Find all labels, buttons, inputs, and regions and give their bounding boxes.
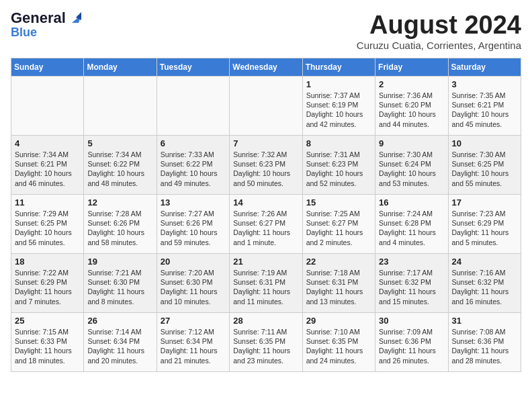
day-number: 20 bbox=[161, 257, 226, 267]
calendar-cell: 7Sunrise: 7:32 AMSunset: 6:23 PMDaylight… bbox=[230, 136, 302, 195]
day-number: 2 bbox=[379, 79, 444, 89]
day-number: 17 bbox=[452, 197, 517, 208]
calendar-cell: 13Sunrise: 7:27 AMSunset: 6:26 PMDayligh… bbox=[157, 195, 229, 254]
calendar-cell: 11Sunrise: 7:29 AMSunset: 6:25 PMDayligh… bbox=[11, 195, 84, 254]
day-info: Sunrise: 7:36 AMSunset: 6:20 PMDaylight:… bbox=[379, 91, 444, 129]
day-info: Sunrise: 7:30 AMSunset: 6:25 PMDaylight:… bbox=[452, 150, 517, 188]
day-info: Sunrise: 7:35 AMSunset: 6:21 PMDaylight:… bbox=[452, 91, 517, 129]
day-info: Sunrise: 7:08 AMSunset: 6:36 PMDaylight:… bbox=[452, 327, 517, 365]
day-number: 1 bbox=[306, 79, 371, 89]
day-number: 25 bbox=[15, 316, 80, 326]
day-number: 3 bbox=[452, 79, 517, 89]
day-number: 21 bbox=[233, 257, 298, 267]
location-subtitle: Curuzu Cuatia, Corrientes, Argentina bbox=[357, 40, 521, 51]
day-info: Sunrise: 7:21 AMSunset: 6:30 PMDaylight:… bbox=[87, 268, 152, 306]
day-number: 4 bbox=[15, 138, 80, 148]
calendar-cell: 4Sunrise: 7:34 AMSunset: 6:21 PMDaylight… bbox=[11, 136, 84, 195]
day-info: Sunrise: 7:27 AMSunset: 6:26 PMDaylight:… bbox=[161, 209, 226, 247]
page-header: General Blue August 2024 Curuzu Cuatia, … bbox=[11, 11, 521, 51]
calendar-cell bbox=[84, 77, 157, 136]
day-number: 30 bbox=[379, 316, 444, 326]
calendar-cell: 17Sunrise: 7:23 AMSunset: 6:29 PMDayligh… bbox=[448, 195, 521, 254]
day-info: Sunrise: 7:16 AMSunset: 6:32 PMDaylight:… bbox=[452, 268, 517, 306]
calendar-cell: 6Sunrise: 7:33 AMSunset: 6:22 PMDaylight… bbox=[157, 136, 229, 195]
day-info: Sunrise: 7:34 AMSunset: 6:21 PMDaylight:… bbox=[15, 150, 80, 188]
day-number: 15 bbox=[306, 197, 371, 208]
day-info: Sunrise: 7:32 AMSunset: 6:23 PMDaylight:… bbox=[233, 150, 298, 188]
day-of-week-friday: Friday bbox=[375, 58, 448, 77]
calendar-cell: 10Sunrise: 7:30 AMSunset: 6:25 PMDayligh… bbox=[448, 136, 521, 195]
day-info: Sunrise: 7:10 AMSunset: 6:35 PMDaylight:… bbox=[306, 327, 371, 365]
day-info: Sunrise: 7:25 AMSunset: 6:27 PMDaylight:… bbox=[306, 209, 371, 247]
day-number: 13 bbox=[161, 197, 226, 208]
day-info: Sunrise: 7:26 AMSunset: 6:27 PMDaylight:… bbox=[233, 209, 298, 247]
day-number: 23 bbox=[379, 257, 444, 267]
calendar-cell: 15Sunrise: 7:25 AMSunset: 6:27 PMDayligh… bbox=[302, 195, 375, 254]
day-number: 9 bbox=[379, 138, 444, 148]
calendar-cell bbox=[157, 77, 229, 136]
day-number: 12 bbox=[87, 197, 152, 208]
day-of-week-wednesday: Wednesday bbox=[230, 58, 302, 77]
calendar-cell: 14Sunrise: 7:26 AMSunset: 6:27 PMDayligh… bbox=[230, 195, 302, 254]
day-number: 29 bbox=[306, 316, 371, 326]
calendar-cell: 24Sunrise: 7:16 AMSunset: 6:32 PMDayligh… bbox=[448, 254, 521, 313]
day-number: 24 bbox=[452, 257, 517, 267]
day-of-week-thursday: Thursday bbox=[302, 58, 375, 77]
day-of-week-monday: Monday bbox=[84, 58, 157, 77]
day-number: 14 bbox=[233, 197, 298, 208]
calendar-cell: 25Sunrise: 7:15 AMSunset: 6:33 PMDayligh… bbox=[11, 313, 84, 372]
calendar-cell: 23Sunrise: 7:17 AMSunset: 6:32 PMDayligh… bbox=[375, 254, 448, 313]
day-number: 8 bbox=[306, 138, 371, 148]
calendar-cell: 20Sunrise: 7:20 AMSunset: 6:30 PMDayligh… bbox=[157, 254, 229, 313]
calendar-cell: 16Sunrise: 7:24 AMSunset: 6:28 PMDayligh… bbox=[375, 195, 448, 254]
day-info: Sunrise: 7:34 AMSunset: 6:22 PMDaylight:… bbox=[87, 150, 152, 188]
day-info: Sunrise: 7:31 AMSunset: 6:23 PMDaylight:… bbox=[306, 150, 371, 188]
day-number: 31 bbox=[452, 316, 517, 326]
day-number: 7 bbox=[233, 138, 298, 148]
day-info: Sunrise: 7:14 AMSunset: 6:34 PMDaylight:… bbox=[87, 327, 152, 365]
day-info: Sunrise: 7:19 AMSunset: 6:31 PMDaylight:… bbox=[233, 268, 298, 306]
day-number: 28 bbox=[233, 316, 298, 326]
calendar-cell: 12Sunrise: 7:28 AMSunset: 6:26 PMDayligh… bbox=[84, 195, 157, 254]
logo-blue: Blue bbox=[11, 26, 37, 40]
day-info: Sunrise: 7:24 AMSunset: 6:28 PMDaylight:… bbox=[379, 209, 444, 247]
day-number: 19 bbox=[87, 257, 152, 267]
day-number: 10 bbox=[452, 138, 517, 148]
month-title: August 2024 bbox=[357, 11, 521, 40]
day-info: Sunrise: 7:37 AMSunset: 6:19 PMDaylight:… bbox=[306, 91, 371, 129]
logo-bird-icon bbox=[66, 11, 81, 26]
day-info: Sunrise: 7:33 AMSunset: 6:22 PMDaylight:… bbox=[161, 150, 226, 188]
day-info: Sunrise: 7:17 AMSunset: 6:32 PMDaylight:… bbox=[379, 268, 444, 306]
day-number: 18 bbox=[15, 257, 80, 267]
calendar-cell: 1Sunrise: 7:37 AMSunset: 6:19 PMDaylight… bbox=[302, 77, 375, 136]
day-info: Sunrise: 7:23 AMSunset: 6:29 PMDaylight:… bbox=[452, 209, 517, 247]
day-number: 27 bbox=[161, 316, 226, 326]
title-area: August 2024 Curuzu Cuatia, Corrientes, A… bbox=[357, 11, 521, 51]
calendar-cell: 18Sunrise: 7:22 AMSunset: 6:29 PMDayligh… bbox=[11, 254, 84, 313]
calendar-cell: 27Sunrise: 7:12 AMSunset: 6:34 PMDayligh… bbox=[157, 313, 229, 372]
day-info: Sunrise: 7:11 AMSunset: 6:35 PMDaylight:… bbox=[233, 327, 298, 365]
logo-general: General bbox=[11, 11, 66, 26]
day-number: 26 bbox=[87, 316, 152, 326]
calendar-table: SundayMondayTuesdayWednesdayThursdayFrid… bbox=[11, 58, 521, 372]
calendar-cell: 21Sunrise: 7:19 AMSunset: 6:31 PMDayligh… bbox=[230, 254, 302, 313]
calendar-cell: 26Sunrise: 7:14 AMSunset: 6:34 PMDayligh… bbox=[84, 313, 157, 372]
day-info: Sunrise: 7:15 AMSunset: 6:33 PMDaylight:… bbox=[15, 327, 80, 365]
calendar-cell bbox=[11, 77, 84, 136]
calendar-cell: 9Sunrise: 7:30 AMSunset: 6:24 PMDaylight… bbox=[375, 136, 448, 195]
day-info: Sunrise: 7:30 AMSunset: 6:24 PMDaylight:… bbox=[379, 150, 444, 188]
calendar-cell: 5Sunrise: 7:34 AMSunset: 6:22 PMDaylight… bbox=[84, 136, 157, 195]
day-info: Sunrise: 7:09 AMSunset: 6:36 PMDaylight:… bbox=[379, 327, 444, 365]
day-of-week-saturday: Saturday bbox=[448, 58, 521, 77]
day-number: 6 bbox=[161, 138, 226, 148]
calendar-cell: 29Sunrise: 7:10 AMSunset: 6:35 PMDayligh… bbox=[302, 313, 375, 372]
calendar-cell: 3Sunrise: 7:35 AMSunset: 6:21 PMDaylight… bbox=[448, 77, 521, 136]
calendar-cell: 30Sunrise: 7:09 AMSunset: 6:36 PMDayligh… bbox=[375, 313, 448, 372]
day-of-week-tuesday: Tuesday bbox=[157, 58, 229, 77]
day-of-week-sunday: Sunday bbox=[11, 58, 84, 77]
day-info: Sunrise: 7:20 AMSunset: 6:30 PMDaylight:… bbox=[161, 268, 226, 306]
day-number: 22 bbox=[306, 257, 371, 267]
day-info: Sunrise: 7:29 AMSunset: 6:25 PMDaylight:… bbox=[15, 209, 80, 247]
calendar-cell: 2Sunrise: 7:36 AMSunset: 6:20 PMDaylight… bbox=[375, 77, 448, 136]
calendar-cell: 19Sunrise: 7:21 AMSunset: 6:30 PMDayligh… bbox=[84, 254, 157, 313]
